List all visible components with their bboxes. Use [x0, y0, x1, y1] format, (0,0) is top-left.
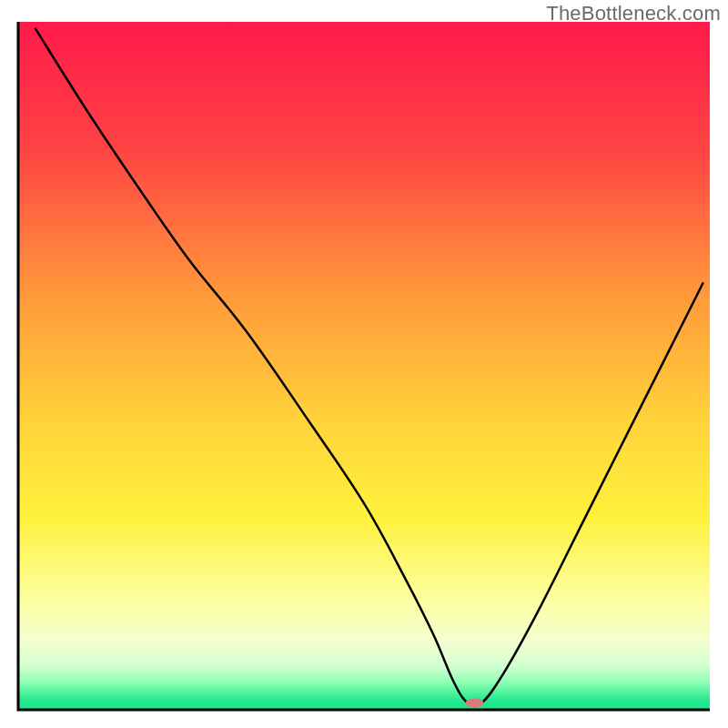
optimal-point-marker — [466, 698, 484, 707]
bottleneck-chart — [0, 0, 728, 728]
gradient-background — [18, 22, 710, 710]
chart-container: TheBottleneck.com — [0, 0, 728, 728]
